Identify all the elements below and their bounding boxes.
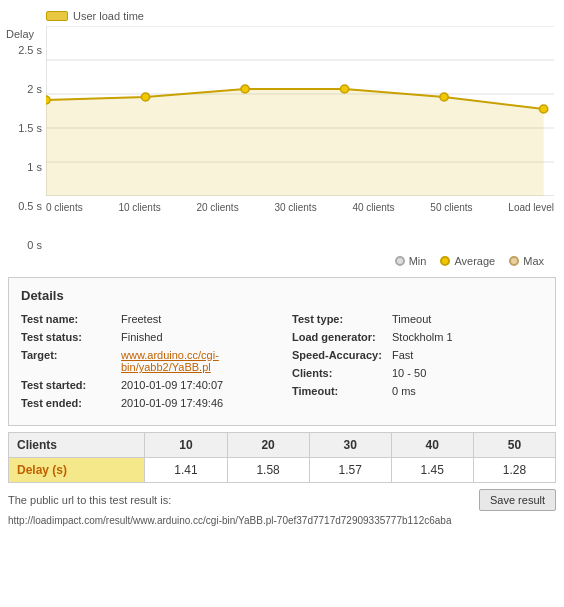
svg-marker-7 bbox=[46, 89, 544, 196]
x-label-0: 0 clients bbox=[46, 202, 83, 213]
test-status-row: Test status: Finished bbox=[21, 331, 272, 343]
table-delay-label: Delay (s) bbox=[9, 458, 145, 483]
y-tick-2_5: 2.5 s bbox=[18, 44, 42, 56]
table-delay-50: 1.28 bbox=[473, 458, 555, 483]
legend-max: Max bbox=[509, 255, 544, 267]
x-label-50: 50 clients bbox=[430, 202, 472, 213]
save-result-button[interactable]: Save result bbox=[479, 489, 556, 511]
y-tick-0_5: 0.5 s bbox=[18, 200, 42, 212]
target-label: Target: bbox=[21, 349, 121, 361]
load-generator-row: Load generator: Stockholm 1 bbox=[292, 331, 543, 343]
load-generator-value: Stockholm 1 bbox=[392, 331, 453, 343]
svg-point-11 bbox=[340, 85, 348, 93]
legend-min-label: Min bbox=[409, 255, 427, 267]
table-delay-30: 1.57 bbox=[309, 458, 391, 483]
svg-point-13 bbox=[539, 105, 547, 113]
timeout-value: 0 ms bbox=[392, 385, 416, 397]
svg-point-9 bbox=[141, 93, 149, 101]
table-col-10: 10 bbox=[145, 433, 227, 458]
table-delay-20: 1.58 bbox=[227, 458, 309, 483]
public-url-label: The public url to this test result is: bbox=[8, 494, 171, 506]
table-col-30: 30 bbox=[309, 433, 391, 458]
y-tick-0: 0 s bbox=[27, 239, 42, 251]
x-label-40: 40 clients bbox=[352, 202, 394, 213]
chart-svg-area bbox=[46, 26, 554, 199]
test-name-value: Freetest bbox=[121, 313, 161, 325]
timeout-row: Timeout: 0 ms bbox=[292, 385, 543, 397]
load-generator-label: Load generator: bbox=[292, 331, 392, 343]
chart-svg bbox=[46, 26, 554, 196]
table-col-50: 50 bbox=[473, 433, 555, 458]
details-right-col: Test type: Timeout Load generator: Stock… bbox=[292, 313, 543, 415]
table-delay-40: 1.45 bbox=[391, 458, 473, 483]
load-level-label: Load level bbox=[508, 202, 554, 213]
test-name-row: Test name: Freetest bbox=[21, 313, 272, 325]
legend-avg-label: Average bbox=[454, 255, 495, 267]
footer-section: The public url to this test result is: S… bbox=[8, 489, 556, 511]
test-type-row: Test type: Timeout bbox=[292, 313, 543, 325]
x-label-10: 10 clients bbox=[118, 202, 160, 213]
clients-label: Clients: bbox=[292, 367, 392, 379]
table-header-row: Clients 10 20 30 40 50 bbox=[9, 433, 556, 458]
table-delay-10: 1.41 bbox=[145, 458, 227, 483]
x-label-20: 20 clients bbox=[196, 202, 238, 213]
chart-container: Delay 2.5 s 2 s 1.5 s 1 s 0.5 s 0 s User… bbox=[0, 0, 564, 271]
details-title: Details bbox=[21, 288, 543, 303]
table-row: Delay (s) 1.41 1.58 1.57 1.45 1.28 bbox=[9, 458, 556, 483]
svg-point-10 bbox=[241, 85, 249, 93]
test-started-label: Test started: bbox=[21, 379, 121, 391]
svg-point-8 bbox=[46, 96, 50, 104]
table-col-40: 40 bbox=[391, 433, 473, 458]
test-started-value: 2010-01-09 17:40:07 bbox=[121, 379, 223, 391]
table-col-20: 20 bbox=[227, 433, 309, 458]
test-ended-label: Test ended: bbox=[21, 397, 121, 409]
x-label-30: 30 clients bbox=[274, 202, 316, 213]
test-ended-row: Test ended: 2010-01-09 17:49:46 bbox=[21, 397, 272, 409]
test-status-label: Test status: bbox=[21, 331, 121, 343]
target-row: Target: www.arduino.cc/cgi-bin/yabb2/YaB… bbox=[21, 349, 272, 373]
data-table: Clients 10 20 30 40 50 Delay (s) 1.41 1.… bbox=[8, 432, 556, 483]
legend-avg: Average bbox=[440, 255, 495, 267]
y-axis-title: Delay bbox=[6, 28, 34, 40]
test-status-value: Finished bbox=[121, 331, 163, 343]
y-tick-1_5: 1.5 s bbox=[18, 122, 42, 134]
clients-value: 10 - 50 bbox=[392, 367, 426, 379]
details-grid: Test name: Freetest Test status: Finishe… bbox=[21, 313, 543, 415]
y-tick-1: 1 s bbox=[27, 161, 42, 173]
details-left-col: Test name: Freetest Test status: Finishe… bbox=[21, 313, 272, 415]
target-value[interactable]: www.arduino.cc/cgi-bin/yabb2/YaBB.pl bbox=[121, 349, 272, 373]
speed-accuracy-label: Speed-Accuracy: bbox=[292, 349, 392, 361]
timeout-label: Timeout: bbox=[292, 385, 392, 397]
legend-max-label: Max bbox=[523, 255, 544, 267]
svg-point-12 bbox=[440, 93, 448, 101]
y-tick-2: 2 s bbox=[27, 83, 42, 95]
test-type-label: Test type: bbox=[292, 313, 392, 325]
speed-accuracy-row: Speed-Accuracy: Fast bbox=[292, 349, 543, 361]
table-col-clients: Clients bbox=[9, 433, 145, 458]
test-name-label: Test name: bbox=[21, 313, 121, 325]
clients-row: Clients: 10 - 50 bbox=[292, 367, 543, 379]
speed-accuracy-value: Fast bbox=[392, 349, 413, 361]
test-type-value: Timeout bbox=[392, 313, 431, 325]
test-ended-value: 2010-01-09 17:49:46 bbox=[121, 397, 223, 409]
details-section: Details Test name: Freetest Test status:… bbox=[8, 277, 556, 426]
chart-legend-label: User load time bbox=[73, 10, 144, 22]
footer-url: http://loadimpact.com/result/www.arduino… bbox=[8, 515, 556, 526]
legend-min: Min bbox=[395, 255, 427, 267]
test-started-row: Test started: 2010-01-09 17:40:07 bbox=[21, 379, 272, 391]
